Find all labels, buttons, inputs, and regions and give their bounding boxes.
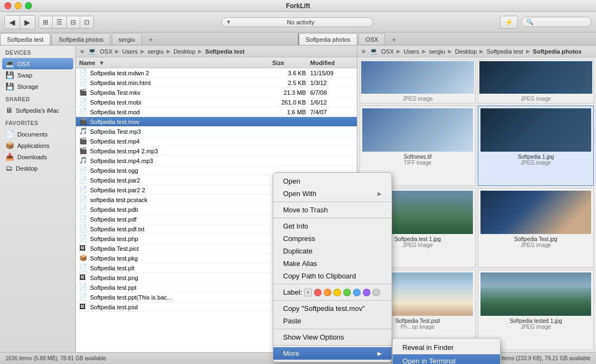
left-breadcrumb: ★ 💻 OSX ▶ Users ▶ sergiu ▶ Desktop ▶ Sof… xyxy=(76,46,357,57)
right-status: 13 items (233.9 KB), 79.21 GB available xyxy=(494,355,591,361)
sidebar-item-label: Storage xyxy=(17,83,39,90)
right-breadcrumb-osx[interactable]: OSX xyxy=(380,48,395,55)
file-name: Softpedia test.psd xyxy=(90,304,272,310)
label-purple[interactable] xyxy=(363,289,370,296)
ctx-trash[interactable]: Move to Trash xyxy=(273,204,392,216)
search-bar[interactable]: 🔍 xyxy=(521,17,592,27)
breadcrumb-sergiu[interactable]: sergiu xyxy=(146,48,165,55)
label-text: Label: xyxy=(283,288,302,296)
maximize-button[interactable] xyxy=(25,2,32,9)
column-size[interactable]: Size xyxy=(272,60,310,66)
address-bar[interactable]: ▼ No activity xyxy=(221,17,373,27)
close-button[interactable] xyxy=(4,2,11,9)
minimize-button[interactable] xyxy=(15,2,22,9)
photo-top-1[interactable]: JPEG image xyxy=(360,60,476,103)
column-name[interactable]: Name ▼ xyxy=(79,60,272,66)
breadcrumb-users[interactable]: Users xyxy=(120,48,139,55)
search-icon: 🔍 xyxy=(526,18,534,25)
file-type-icon: 🎬 xyxy=(79,88,88,97)
photo-label: Softpedia 1.jpg xyxy=(518,154,554,160)
file-row[interactable]: 🎵 Softpedia Test.mp3 xyxy=(76,127,357,136)
tab-right-osx[interactable]: OSX xyxy=(358,33,385,45)
photo-top-2[interactable]: JPEG image xyxy=(478,60,594,103)
star-button[interactable]: ★ xyxy=(79,48,85,55)
sidebar-item-downloads[interactable]: 📥 Downloads xyxy=(0,151,75,162)
label-blue[interactable] xyxy=(353,289,361,296)
view-cover-button[interactable]: ⊡ xyxy=(80,16,93,28)
forward-button[interactable]: ▶ xyxy=(20,16,35,29)
ctx-paste[interactable]: Paste xyxy=(273,315,392,327)
file-row[interactable]: 📄 Softpedia test.mdwn 2 3.6 KB 11/15/09 xyxy=(76,68,357,78)
label-none[interactable]: ✕ xyxy=(304,289,312,296)
back-button[interactable]: ◀ xyxy=(5,16,20,29)
label-red[interactable] xyxy=(314,289,322,296)
breadcrumb-osx[interactable]: OSX xyxy=(98,48,114,55)
file-row[interactable]: 🎬 Softpedia test.mov xyxy=(76,117,357,127)
nav-button-group: ◀ ▶ xyxy=(4,15,35,29)
ctx-info[interactable]: Get Info xyxy=(273,220,392,232)
label-yellow[interactable] xyxy=(334,289,341,296)
breadcrumb-current[interactable]: Softpedia test xyxy=(203,48,246,55)
file-row[interactable]: 🎬 Softpedia test.mp4 xyxy=(76,136,357,146)
ctx-copy-path[interactable]: Copy Path to Clipboard xyxy=(273,270,392,282)
sub-reveal[interactable]: Reveal in Finder xyxy=(393,341,500,354)
ctx-open[interactable]: Open xyxy=(273,175,392,187)
breadcrumb-desktop[interactable]: Desktop xyxy=(172,48,197,55)
right-breadcrumb-hdd-icon: 💻 xyxy=(370,48,377,55)
file-row[interactable]: 🎬 Softpedia Test.mkv 21.3 MB 6/7/08 xyxy=(76,88,357,98)
right-breadcrumb-users[interactable]: Users xyxy=(402,48,421,55)
column-modified[interactable]: Modified xyxy=(310,60,354,66)
sidebar-item-swap[interactable]: 💾 Swap xyxy=(0,69,75,81)
label-gray[interactable] xyxy=(373,289,380,296)
right-breadcrumb-desktop[interactable]: Desktop xyxy=(453,48,478,55)
tab-softpedia-photos[interactable]: Softpedia photos xyxy=(52,33,111,45)
photo-item[interactable]: Softpedia 1.jpg JPEG image xyxy=(478,106,594,186)
tab-right-softpedia-photos[interactable]: Softpedia photos xyxy=(299,33,358,45)
ctx-view-options[interactable]: Show View Options xyxy=(273,331,392,343)
tab-softpedia-test[interactable]: Softpedia test xyxy=(0,33,50,45)
documents-icon: 📄 xyxy=(5,130,14,138)
right-breadcrumb-sergiu[interactable]: sergiu xyxy=(427,48,447,55)
photo-sublabel: Ph...op Image xyxy=(401,324,434,330)
photo-item[interactable]: Softpedia Test.jpg JPEG image xyxy=(478,188,594,268)
label-orange[interactable] xyxy=(324,289,331,296)
sidebar-item-osx[interactable]: 💻 OSX xyxy=(2,58,73,69)
sidebar-item-storage[interactable]: 💾 Storage xyxy=(0,81,75,92)
file-name: Softpedia test.ogg xyxy=(90,167,272,174)
ctx-more[interactable]: More ▶ xyxy=(273,347,392,360)
right-breadcrumb-current[interactable]: Softpedia photos xyxy=(531,48,584,55)
file-row[interactable]: 🎬 Softpedia test.mp4 2.mp3 xyxy=(76,146,357,156)
add-right-tab-button[interactable]: + xyxy=(388,34,399,45)
file-name: Softpedia test.mdwn 2 xyxy=(90,70,272,76)
view-icons-button[interactable]: ⊞ xyxy=(39,16,53,28)
ctx-alias[interactable]: Make Alias xyxy=(273,257,392,270)
photo-sublabel: JPEG image xyxy=(521,324,551,330)
sidebar-item-documents[interactable]: 📄 Documents xyxy=(0,128,75,140)
ctx-open-with[interactable]: Open With ▶ xyxy=(273,187,392,200)
add-left-tab-button[interactable]: + xyxy=(145,34,156,45)
file-row[interactable]: 📄 Softpedia test.min.html 2.5 KB 1/3/12 xyxy=(76,78,357,88)
ctx-compress[interactable]: Compress xyxy=(273,232,392,245)
tab-sergiu[interactable]: sergiu xyxy=(112,33,142,45)
sidebar-item-imac[interactable]: 🖥 Softpedia's iMac xyxy=(0,105,75,116)
file-row[interactable]: 📄 Softpedia test.mod 1.6 MB 7/4/07 xyxy=(76,107,357,117)
file-size: 2.5 KB xyxy=(272,80,310,86)
file-type-icon: 📄 xyxy=(79,215,88,224)
label-green[interactable] xyxy=(343,289,351,296)
address-dropdown-icon[interactable]: ▼ xyxy=(226,19,232,25)
file-name: Softpedia test.pdb xyxy=(90,206,272,213)
file-row[interactable]: 🎵 Softpedia test.mp4.mp3 xyxy=(76,156,357,166)
sidebar-item-applications[interactable]: 📦 Applications xyxy=(0,140,75,151)
ctx-duplicate[interactable]: Duplicate xyxy=(273,245,392,257)
sub-terminal[interactable]: Open in Terminal xyxy=(393,354,500,364)
sidebar-item-desktop[interactable]: 🗂 Desktop xyxy=(0,162,75,174)
action-button[interactable]: ⚡ xyxy=(500,16,518,29)
view-columns-button[interactable]: ⊟ xyxy=(67,16,80,28)
view-list-button[interactable]: ☰ xyxy=(53,16,67,28)
right-breadcrumb-softpedia-test[interactable]: Softpedia test xyxy=(485,48,524,55)
right-star-button[interactable]: ★ xyxy=(361,48,367,55)
file-name: Softpedia Test.pict xyxy=(90,245,272,252)
ctx-copy-file[interactable]: Copy "Softpedia test.mov" xyxy=(273,302,392,315)
file-type-icon: 📄 xyxy=(79,196,88,204)
file-row[interactable]: 📄 Softpedia test.mobi 261.0 KB 1/6/12 xyxy=(76,98,357,107)
